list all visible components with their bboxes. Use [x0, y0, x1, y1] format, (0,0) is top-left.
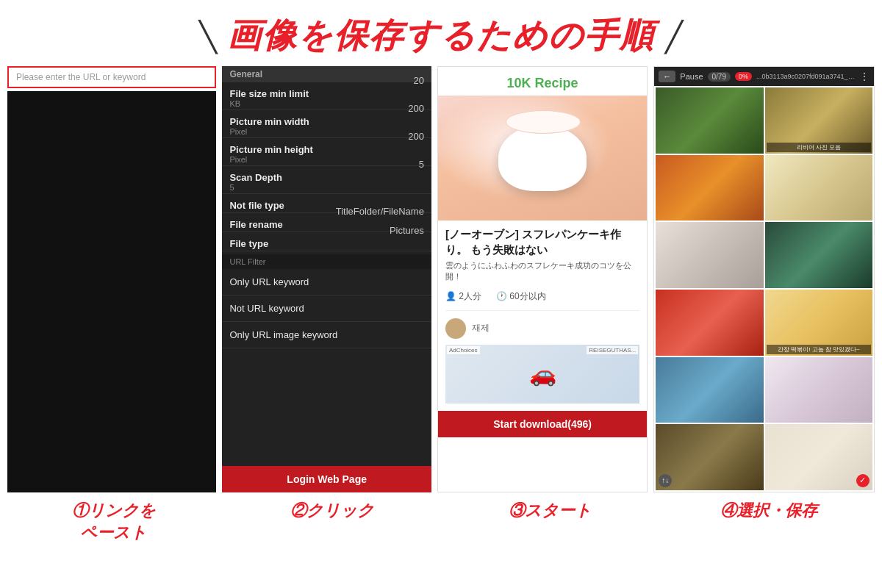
grid-cell-10[interactable] — [765, 357, 872, 423]
grid-cell-4[interactable] — [765, 155, 872, 221]
settings-row-filesize[interactable]: 20 File size min limit KB — [222, 82, 431, 110]
label-3-text: ③スタート — [444, 500, 656, 522]
sort-icon[interactable]: ↑↓ — [659, 474, 672, 487]
recipe-servings: 👤 2人分 — [445, 290, 481, 303]
check-icon[interactable]: ✓ — [856, 474, 870, 487]
picheight-sub: Pixel — [229, 155, 423, 164]
ad-brand-label: REISEGUTHAS... — [587, 346, 638, 354]
panel-4-image-grid: ← Pause 0/79 0% ...0b3113a9c0207fd091a37… — [653, 66, 875, 492]
panel-2-settings: General 20 File size min limit KB 200 Pi… — [222, 66, 431, 492]
pause-button[interactable]: Pause — [680, 72, 703, 81]
grid-cell-12[interactable]: ✓ — [765, 424, 872, 490]
panel-1-url: Please enter the URL or keyword — [7, 66, 216, 492]
filetype-value: Pictures — [390, 225, 424, 236]
recipe-title: 10K Recipe — [438, 67, 647, 96]
label-1-line1: ①リンクを — [7, 500, 220, 522]
recipe-username: 재제 — [472, 322, 490, 334]
picwidth-title: Picture min width — [229, 116, 423, 127]
filetype-title: File type — [229, 238, 423, 249]
filesize-title: File size min limit — [229, 88, 423, 99]
recipe-avatar — [445, 318, 466, 339]
label-2-text: ②クリック — [226, 500, 438, 522]
filerename-value: TitleFolder/FileName — [336, 206, 424, 217]
settings-row-scan-depth[interactable]: 5 Scan Depth 5 — [222, 166, 431, 194]
label-1-line2: ペースト — [7, 522, 220, 544]
panel-3-recipe: 10K Recipe [ノーオーブン] スフレパンケーキ作り。 もう失敗はない … — [437, 66, 648, 492]
settings-row-filetype[interactable]: Pictures File type — [222, 232, 431, 251]
slash-left-icon: ╲ — [199, 20, 217, 54]
more-menu-icon[interactable]: ⋮ — [859, 71, 870, 82]
label-4-text: ④選択・保存 — [662, 500, 875, 522]
grid-cell-11[interactable]: ↑↓ — [656, 424, 763, 490]
grid-label-8: 간장 떡볶이! 고놈 참 맛있겠다~ — [767, 345, 871, 354]
grid-cell-6[interactable] — [765, 222, 872, 288]
recipe-heading: [ノーオーブン] スフレパンケーキ作り。 もう失敗はない — [438, 220, 647, 260]
recipe-user-row: 재제 — [438, 315, 647, 342]
label-3: ③スタート — [444, 500, 656, 544]
grid-cell-8[interactable]: 간장 떡볶이! 고놈 참 맛있겠다~ — [765, 290, 872, 356]
filter-only-url[interactable]: Only URL keyword — [222, 269, 431, 295]
picheight-title: Picture min height — [229, 144, 423, 155]
panel4-header: ← Pause 0/79 0% ...0b3113a9c0207fd091a37… — [654, 67, 874, 86]
picwidth-value: 200 — [408, 103, 424, 114]
recipe-main-image — [438, 96, 647, 220]
login-web-page-button[interactable]: Login Web Page — [222, 466, 431, 492]
label-2: ②クリック — [226, 500, 438, 544]
filter-only-url-image[interactable]: Only URL image keyword — [222, 322, 431, 348]
image-grid: 리비어 사진 모음 간장 떡볶이! 고놈 참 맛있겠다~ ↑↓ ✓ — [654, 86, 874, 492]
picwidth-sub: Pixel — [229, 127, 423, 136]
filesize-sub: KB — [229, 99, 423, 108]
progress-badge: 0% — [735, 72, 752, 81]
filter-not-url[interactable]: Not URL keyword — [222, 295, 431, 322]
page-title: 画像を保存するための手順 — [227, 16, 655, 54]
settings-row-pic-height[interactable]: 200 Picture min height Pixel — [222, 138, 431, 166]
current-filename: ...0b3113a9c0207fd091a3741_m.jpg — [756, 73, 855, 80]
url-input[interactable]: Please enter the URL or keyword — [7, 66, 216, 88]
grid-cell-5[interactable] — [656, 222, 763, 288]
back-button[interactable]: ← — [659, 71, 675, 82]
grid-cell-9[interactable] — [656, 357, 763, 423]
recipe-divider — [445, 310, 639, 311]
browser-preview-area — [7, 91, 216, 492]
grid-cell-3[interactable] — [656, 155, 763, 221]
recipe-image-inner — [438, 96, 647, 220]
label-4: ④選択・保存 — [662, 500, 875, 544]
recipe-meta: 👤 2人分 🕐 60分以内 — [438, 287, 647, 306]
recipe-ad-area: AdChoices REISEGUTHAS... — [445, 345, 639, 404]
url-filter-header: URL Filter — [222, 254, 431, 269]
scandepth-title: Scan Depth — [229, 172, 423, 183]
recipe-description: 雲のようにふわふわのスフレケーキ成功のコツを公開！ — [438, 260, 647, 287]
settings-row-pic-width[interactable]: 200 Picture min width Pixel — [222, 110, 431, 138]
ad-choices-label: AdChoices — [447, 346, 480, 354]
scandepth-value: 5 — [419, 159, 424, 170]
cake-visual — [498, 125, 587, 191]
grid-cell-2[interactable]: 리비어 사진 모음 — [765, 87, 872, 154]
title-area: ╲ 画像を保存するための手順 ╱ — [0, 0, 882, 66]
settings-general-header: General — [222, 66, 431, 82]
bottom-labels: ①リンクを ペースト ②クリック ③スタート ④選択・保存 — [0, 492, 882, 544]
start-download-button[interactable]: Start download(496) — [438, 411, 647, 437]
picheight-value: 200 — [408, 131, 424, 142]
panels-container: Please enter the URL or keyword General … — [0, 66, 882, 492]
grid-cell-7[interactable] — [656, 290, 763, 356]
label-1: ①リンクを ペースト — [7, 500, 220, 544]
grid-label-2: 리비어 사진 모음 — [767, 143, 871, 152]
image-counter: 0/79 — [708, 72, 731, 82]
slash-right-icon: ╱ — [665, 20, 683, 54]
scandepth-sub: 5 — [229, 183, 423, 192]
filesize-value: 20 — [413, 75, 423, 86]
grid-cell-1[interactable] — [656, 87, 763, 154]
recipe-time: 🕐 60分以内 — [496, 290, 546, 303]
